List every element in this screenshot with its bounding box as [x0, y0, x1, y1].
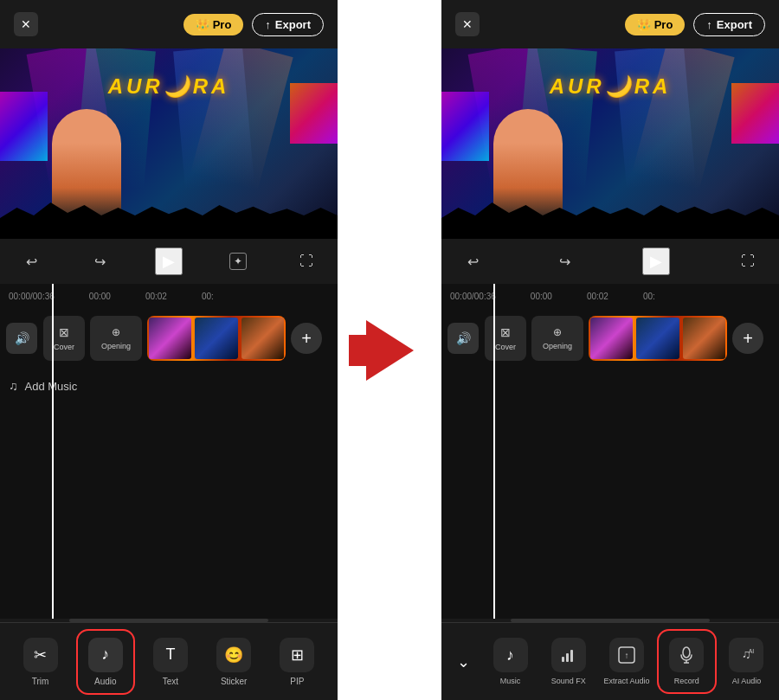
right-timeline-area: 🔊 ⊠ Cover ⊕ Opening [441, 308, 779, 619]
right-arrow-icon [366, 320, 414, 381]
left-stage-screen-right [290, 83, 338, 144]
right-record-icon [669, 638, 704, 672]
right-extract-audio-label: Extract Audio [603, 677, 649, 685]
right-close-button[interactable]: ✕ [455, 12, 480, 36]
right-opening-icon: ⊕ [553, 326, 562, 338]
left-video-track: 🔊 ⊠ Cover ⊕ Opening [0, 308, 338, 369]
left-export-icon: ↑ [265, 18, 271, 31]
right-video-bg: AUR🌙RA [441, 48, 779, 239]
left-marker-2: 00: [202, 292, 214, 301]
right-undo-button[interactable]: ↩ [459, 247, 486, 275]
svg-point-5 [683, 647, 690, 658]
left-aurora-text: AUR🌙RA [108, 74, 230, 99]
right-timeline-ruler: 00:00/00:36 00:00 00:02 00: [441, 284, 779, 308]
right-fullscreen-button[interactable]: ⛶ [734, 247, 762, 275]
right-export-button[interactable]: ↑ Export [693, 13, 765, 36]
svg-text:AI: AI [749, 648, 755, 654]
right-aurora-text: AUR🌙RA [550, 74, 672, 99]
right-crown-icon: 👑 [637, 18, 651, 31]
right-undo-icon: ↩ [467, 254, 479, 270]
right-redo-button[interactable]: ↪ [550, 247, 578, 275]
left-time-current: 00:00/00:36 [9, 292, 55, 301]
right-submenu-sound-fx[interactable]: Sound FX [540, 631, 596, 692]
left-pip-icon: ⊞ [280, 638, 314, 672]
left-text-icon: T [153, 638, 188, 672]
svg-rect-0 [562, 657, 564, 662]
right-redo-icon: ↪ [559, 254, 570, 270]
right-play-button[interactable]: ▶ [642, 247, 670, 275]
left-magic-button[interactable]: ✦ [224, 247, 252, 275]
left-stage-screen-left [0, 92, 48, 161]
left-timeline-area: 🔊 ⊠ Cover ⊕ Opening [0, 308, 338, 619]
left-volume-button[interactable]: 🔊 [6, 323, 37, 354]
left-tool-pip[interactable]: ⊞ PIP [269, 631, 325, 693]
right-cover-button[interactable]: ⊠ Cover [485, 316, 526, 361]
right-add-clip-button[interactable]: + [732, 323, 763, 354]
left-add-clip-button[interactable]: + [291, 323, 322, 354]
left-text-label: Text [163, 677, 178, 686]
left-opening-button[interactable]: ⊕ Opening [90, 316, 142, 361]
left-bottom-toolbar: ✂ Trim ♪ Audio T Text 😊 Sticker ⊞ PIP [0, 622, 338, 700]
right-marker-2: 00: [643, 292, 655, 301]
right-submenu-record[interactable]: Record [657, 629, 717, 694]
right-stage-screen-right [731, 83, 779, 144]
right-submenu-back-button[interactable]: ⌄ [446, 652, 480, 671]
right-submenu-extract-audio[interactable]: ↑ Extract Audio [598, 631, 654, 692]
right-panel: ✕ 👑 Pro ↑ Export [441, 0, 779, 700]
left-redo-button[interactable]: ↪ [87, 247, 114, 275]
right-submenu-ai-audio[interactable]: ♫ AI AI Audio [718, 631, 775, 692]
right-marker-1: 00:02 [587, 292, 608, 301]
right-track-clips: ⊠ Cover ⊕ Opening [485, 316, 779, 361]
left-track-clips: ⊠ Cover ⊕ Opening [43, 316, 338, 361]
right-clip-strip[interactable] [589, 316, 727, 361]
left-cover-icon: ⊠ [59, 325, 69, 339]
left-playhead-track [52, 308, 54, 619]
right-stage-person [493, 109, 563, 222]
right-stage-screen-left [441, 92, 489, 161]
left-add-music-button[interactable]: ♫ Add Music [9, 379, 77, 393]
left-trim-icon: ✂ [23, 638, 58, 672]
right-cover-icon: ⊠ [500, 325, 511, 339]
right-controls-bar: ↩ ↪ ▶ ⛶ [441, 239, 779, 284]
right-volume-icon-container: 🔊 [441, 323, 485, 354]
left-magic-icon: ✦ [229, 253, 247, 270]
left-pro-button[interactable]: 👑 Pro [183, 14, 244, 35]
left-clip-strip[interactable] [147, 316, 286, 361]
right-add-icon: + [743, 329, 753, 349]
left-panel: ✕ 👑 Pro ↑ Export [0, 0, 338, 700]
right-opening-label: Opening [543, 342, 572, 350]
left-fullscreen-button[interactable]: ⛶ [293, 247, 320, 275]
left-trim-label: Trim [32, 677, 49, 686]
right-submenu-music[interactable]: ♪ Music [482, 631, 538, 692]
left-cover-button[interactable]: ⊠ Cover [43, 316, 85, 361]
left-undo-button[interactable]: ↩ [17, 247, 45, 275]
left-video-bg: AUR🌙RA [0, 48, 338, 239]
right-header: ✕ 👑 Pro ↑ Export [441, 0, 779, 48]
left-play-button[interactable]: ▶ [155, 247, 183, 275]
right-fullscreen-icon: ⛶ [741, 254, 755, 269]
right-volume-button[interactable]: 🔊 [447, 323, 479, 354]
left-add-music-label: Add Music [25, 380, 78, 393]
left-cover-label: Cover [54, 343, 74, 351]
left-tool-audio[interactable]: ♪ Audio [76, 629, 135, 695]
left-header-right: 👑 Pro ↑ Export [183, 13, 324, 36]
left-pip-label: PIP [290, 677, 304, 686]
right-pro-button[interactable]: 👑 Pro [625, 14, 686, 35]
right-opening-button[interactable]: ⊕ Opening [531, 316, 583, 361]
left-tool-sticker[interactable]: 😊 Sticker [206, 631, 261, 693]
svg-rect-2 [570, 650, 573, 662]
left-audio-label: Audio [94, 677, 117, 686]
left-export-button[interactable]: ↑ Export [252, 13, 324, 36]
left-close-button[interactable]: ✕ [14, 12, 38, 36]
right-playhead-line [493, 284, 495, 308]
right-music-icon: ♪ [493, 638, 528, 672]
left-tool-trim[interactable]: ✂ Trim [13, 631, 68, 693]
left-header: ✕ 👑 Pro ↑ Export [0, 0, 338, 48]
left-fullscreen-icon: ⛶ [299, 254, 313, 269]
right-submenu-toolbar: ⌄ ♪ Music Sound FX [441, 622, 779, 700]
right-record-label: Record [674, 677, 699, 685]
left-audio-icon: ♪ [88, 638, 123, 672]
right-play-icon: ▶ [650, 252, 662, 271]
right-cover-label: Cover [495, 343, 516, 351]
left-tool-text[interactable]: T Text [143, 631, 198, 693]
